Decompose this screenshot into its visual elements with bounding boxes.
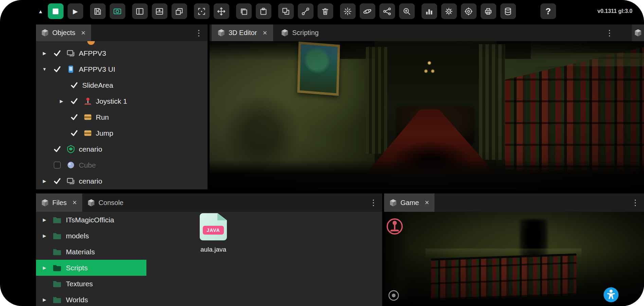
expand-arrow-icon[interactable]: ▶ xyxy=(39,178,50,184)
tab-objects[interactable]: Objects × xyxy=(36,24,91,41)
visibility-checkbox[interactable] xyxy=(50,145,64,153)
collapse-arrow-icon[interactable]: ▼ xyxy=(39,67,50,72)
expand-arrow-icon[interactable]: ▶ xyxy=(41,233,48,238)
tree-row[interactable]: cenario xyxy=(36,141,208,157)
folder-row[interactable]: ▶ ITsMagicOfficia xyxy=(36,212,146,228)
cube-icon xyxy=(41,29,49,37)
save-button[interactable] xyxy=(90,3,106,19)
print-button[interactable] xyxy=(481,3,496,19)
joystick-overlay-icon[interactable] xyxy=(386,218,403,235)
orbit-button[interactable] xyxy=(360,3,375,19)
zoom-in-icon xyxy=(402,7,411,16)
folder-row[interactable]: ▶ models xyxy=(36,228,146,244)
close-icon[interactable]: × xyxy=(425,199,429,206)
close-icon[interactable]: × xyxy=(263,29,267,37)
3d-viewport[interactable] xyxy=(210,41,644,189)
game-view[interactable] xyxy=(384,212,644,306)
tab-game[interactable]: Game × xyxy=(384,193,434,212)
stats-button[interactable] xyxy=(422,3,437,19)
expand-arrow-icon[interactable]: ▶ xyxy=(41,297,48,302)
trash-icon xyxy=(321,7,330,16)
scene-vignette xyxy=(210,41,644,189)
expand-arrow-icon[interactable]: ▶ xyxy=(41,265,48,270)
panel-tray-button[interactable] xyxy=(152,3,167,19)
tree-row-label: Run xyxy=(96,113,109,121)
delete-button[interactable] xyxy=(318,3,333,19)
tree-row[interactable]: SlideArea xyxy=(36,77,208,93)
expand-arrow-icon[interactable]: ▶ xyxy=(41,217,48,222)
close-icon[interactable]: × xyxy=(81,29,86,37)
file-name: aula.java xyxy=(191,246,235,253)
visibility-checkbox[interactable] xyxy=(50,162,64,169)
files-folder-tree: ▶ ITsMagicOfficia ▶ models Materials ▶ S… xyxy=(36,212,146,306)
toolbar-collapse-icon[interactable]: ▲ xyxy=(38,8,43,14)
visibility-checkbox[interactable] xyxy=(67,129,81,137)
close-icon[interactable]: × xyxy=(72,199,77,206)
zoom-in-button[interactable] xyxy=(399,3,415,19)
tree-row[interactable]: Run xyxy=(36,109,208,125)
kebab-menu-icon[interactable]: ⋮ xyxy=(631,198,639,207)
play-button[interactable]: ▶ xyxy=(68,3,83,19)
help-button[interactable]: ? xyxy=(540,3,556,19)
tree-row[interactable]: Jump xyxy=(36,125,208,141)
visibility-checkbox[interactable] xyxy=(50,177,64,185)
move-tool-button[interactable] xyxy=(214,3,229,19)
scene-object-icon xyxy=(64,177,77,185)
folder-row[interactable]: Textures xyxy=(36,276,146,292)
tab-files[interactable]: Files × xyxy=(36,193,82,212)
folder-row-selected[interactable]: ▶ Scripts xyxy=(36,260,146,276)
tab-3d-editor[interactable]: 3D Editor × xyxy=(212,24,273,41)
node-graph-icon xyxy=(382,7,392,16)
tree-row[interactable]: Cube xyxy=(36,157,208,173)
paste-button[interactable] xyxy=(256,3,271,19)
expand-arrow-icon[interactable]: ▶ xyxy=(56,99,67,104)
frame-select-button[interactable] xyxy=(194,3,210,19)
camera-dot-icon[interactable] xyxy=(388,290,399,301)
orbit-icon xyxy=(363,7,372,16)
folder-row[interactable]: Materials xyxy=(36,244,146,260)
panel-split-button[interactable] xyxy=(132,3,148,19)
effects-button[interactable] xyxy=(340,3,356,19)
scene-capture-icon xyxy=(113,7,122,16)
accessibility-icon[interactable] xyxy=(603,287,619,303)
layers-button[interactable] xyxy=(172,3,187,19)
visibility-checkbox[interactable] xyxy=(67,81,81,89)
scene-capture-button[interactable] xyxy=(110,3,125,19)
visibility-checkbox[interactable] xyxy=(50,49,64,57)
tree-row[interactable]: ▶ cenario xyxy=(36,173,208,189)
play-icon: ▶ xyxy=(73,8,78,15)
database-button[interactable] xyxy=(500,3,516,19)
visibility-checkbox[interactable] xyxy=(67,97,81,105)
tree-row[interactable]: ▶ Joystick 1 xyxy=(36,93,208,109)
file-item[interactable]: JAVA aula.java xyxy=(191,213,235,253)
kebab-menu-icon[interactable]: ⋮ xyxy=(370,198,377,207)
visibility-checkbox[interactable] xyxy=(50,65,64,73)
folder-icon xyxy=(52,296,62,304)
tab-scripting[interactable]: Scripting xyxy=(275,24,325,41)
folder-row[interactable]: ▶ Worlds xyxy=(36,292,146,306)
target-button[interactable] xyxy=(461,3,477,19)
folder-icon xyxy=(52,216,62,224)
tree-row[interactable]: ▶ AFPPV3 xyxy=(36,45,208,61)
copy-button[interactable] xyxy=(236,3,252,19)
tree-row[interactable]: ▼ AFPPV3 UI xyxy=(36,61,208,77)
settings-button[interactable] xyxy=(441,3,457,19)
file-type-badge: JAVA xyxy=(203,226,224,235)
node-graph-button[interactable] xyxy=(379,3,395,19)
check-icon xyxy=(70,113,78,121)
scene-object-icon xyxy=(64,49,77,57)
folder-icon xyxy=(52,264,62,272)
collapsed-panel-tab[interactable] xyxy=(632,24,644,41)
link-button[interactable] xyxy=(298,3,314,19)
kebab-menu-icon[interactable]: ⋮ xyxy=(606,28,613,37)
visibility-checkbox[interactable] xyxy=(67,113,81,121)
partial-object-icon xyxy=(87,41,95,45)
duplicate-button[interactable] xyxy=(278,3,294,19)
expand-arrow-icon[interactable]: ▶ xyxy=(39,51,50,56)
folder-label: ITsMagicOfficia xyxy=(66,216,114,224)
tab-console[interactable]: Console xyxy=(82,193,129,212)
tree-row-label: AFPPV3 xyxy=(79,49,106,57)
stop-button[interactable] xyxy=(48,3,64,19)
kebab-menu-icon[interactable]: ⋮ xyxy=(195,28,203,37)
tree-row-label: Jump xyxy=(96,129,113,137)
